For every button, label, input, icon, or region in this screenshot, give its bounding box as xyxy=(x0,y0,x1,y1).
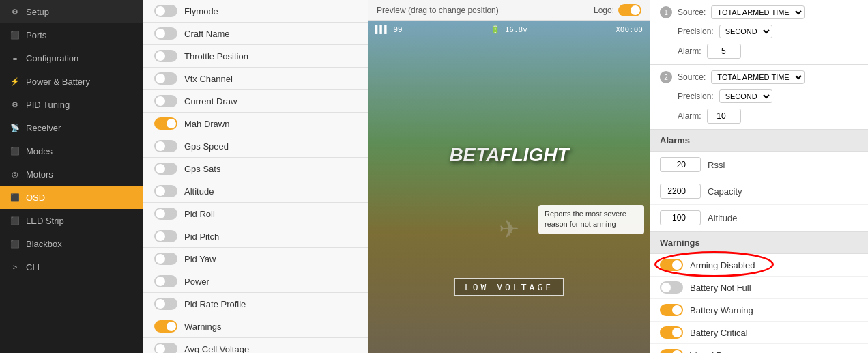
sidebar-icon: ⚡ xyxy=(10,76,20,87)
sidebar-item-ports[interactable]: ⬛Ports xyxy=(0,23,143,46)
warning-label: Visual Beeper xyxy=(690,350,858,354)
middle-panel: Flymode Craft Name Throttle Position Vtx… xyxy=(143,0,368,353)
toggle-warnings[interactable] xyxy=(154,320,177,333)
timer1-source-select[interactable]: TOTAL ARMED TIME xyxy=(711,5,805,19)
alarm-row-capacity: Capacity xyxy=(650,178,868,205)
sidebar-item-setup[interactable]: ⚙Setup xyxy=(0,0,143,23)
alarms-section: Alarms Rssi Capacity Altitude xyxy=(650,130,868,232)
middle-item-mah-drawn: Mah Drawn xyxy=(143,113,368,135)
alarm-input-altitude[interactable] xyxy=(660,210,701,225)
timer1-num: 1 xyxy=(660,6,672,18)
toggle-pid-pitch[interactable] xyxy=(154,230,177,242)
middle-item-avg-cell-voltage: Avg Cell Voltage xyxy=(143,338,368,353)
sidebar-item-receiver[interactable]: 📡Receiver xyxy=(0,116,143,139)
middle-label: Current Draw xyxy=(184,96,357,107)
middle-label: Gps Sats xyxy=(184,164,357,174)
low-voltage-label: LOW VOLTAGE xyxy=(454,278,564,296)
middle-item-current-draw: Current Draw xyxy=(143,90,368,113)
sidebar-item-led_strip[interactable]: ⬛LED Strip xyxy=(0,209,143,232)
sidebar-icon: ⚙ xyxy=(10,99,20,110)
warning-toggle-battery-warning[interactable] xyxy=(660,304,683,316)
alarm-label-altitude: Altitude xyxy=(708,213,858,223)
toggle-gps-sats[interactable] xyxy=(154,163,177,175)
middle-item-gps-sats: Gps Sats xyxy=(143,158,368,180)
sidebar-icon: ⬛ xyxy=(10,192,20,203)
sidebar-item-power_and_battery[interactable]: ⚡Power & Battery xyxy=(0,70,143,93)
logo-label: Logo: xyxy=(594,5,614,15)
warnings-header: Warnings xyxy=(650,232,868,254)
alarm-input-capacity[interactable] xyxy=(660,184,701,199)
middle-item-pid-rate-profile: Pid Rate Profile xyxy=(143,293,368,315)
middle-label: Pid Rate Profile xyxy=(184,299,357,309)
toggle-power[interactable] xyxy=(154,275,177,287)
warning-toggle-battery-critical[interactable] xyxy=(660,326,683,339)
warning-item-battery-not-full: Battery Not Full xyxy=(650,277,868,299)
middle-item-power: Power xyxy=(143,270,368,293)
middle-label: Altitude xyxy=(184,186,357,197)
warning-toggle-arming-disabled[interactable] xyxy=(660,259,683,271)
toggle-flymode[interactable] xyxy=(154,5,177,17)
timer1-row: 1 Source: TOTAL ARMED TIME xyxy=(650,0,868,22)
preview-panel: Preview (drag to change position) Logo: … xyxy=(368,0,650,353)
sidebar-icon: ⬛ xyxy=(10,145,20,156)
timer1-precision-row: Precision: SECOND xyxy=(650,22,868,41)
timer2-source-select[interactable]: TOTAL ARMED TIME xyxy=(711,70,805,84)
timer2-alarm-input[interactable] xyxy=(707,109,741,124)
warning-label: Battery Warning xyxy=(690,305,858,315)
timer1-section: 1 Source: TOTAL ARMED TIME Precision: SE… xyxy=(650,0,868,65)
logo-toggle[interactable] xyxy=(618,4,641,16)
toggle-throttle-position[interactable] xyxy=(154,50,177,62)
toggle-altitude[interactable] xyxy=(154,185,177,197)
timer1-alarm-input[interactable] xyxy=(707,44,741,59)
sidebar-item-blackbox[interactable]: ⬛Blackbox xyxy=(0,232,143,255)
toggle-avg-cell-voltage[interactable] xyxy=(154,343,177,353)
sidebar-item-modes[interactable]: ⬛Modes xyxy=(0,139,143,163)
timer2-num: 2 xyxy=(660,71,672,83)
toggle-pid-roll[interactable] xyxy=(154,208,177,220)
sidebar-item-configuration[interactable]: ≡Configuration xyxy=(0,46,143,70)
drone-preview: ▌▌▌ 99 🔋 16.8v X00:00 BETAFLIGHT ✈ LOW V… xyxy=(368,21,650,353)
betaflight-logo: BETAFLIGHT xyxy=(449,144,568,166)
warning-label: Arming Disabled xyxy=(690,260,858,270)
toggle-craft-name[interactable] xyxy=(154,27,177,40)
timer1-precision-select[interactable]: SECOND xyxy=(719,25,772,38)
sidebar-item-cli[interactable]: >CLI xyxy=(0,255,143,279)
sidebar-item-motors[interactable]: ◎Motors xyxy=(0,163,143,186)
alarm-input-rssi[interactable] xyxy=(660,157,701,172)
timer2-alarm-row: Alarm: xyxy=(650,106,868,129)
middle-item-pid-roll: Pid Roll xyxy=(143,203,368,225)
timer2-section: 2 Source: TOTAL ARMED TIME Precision: SE… xyxy=(650,65,868,130)
warning-toggle-battery-not-full[interactable] xyxy=(660,281,683,294)
warning-toggle-visual-beeper[interactable] xyxy=(660,349,683,353)
middle-label: Mah Drawn xyxy=(184,119,357,129)
middle-label: Flymode xyxy=(184,6,357,16)
timer2-precision-label: Precision: xyxy=(678,91,714,101)
timer2-precision-row: Precision: SECOND xyxy=(650,87,868,106)
toggle-gps-speed[interactable] xyxy=(154,140,177,152)
sidebar-item-pid_tuning[interactable]: ⚙PID Tuning xyxy=(0,93,143,116)
warning-item-battery-warning: Battery Warning xyxy=(650,299,868,322)
timer2-precision-select[interactable]: SECOND xyxy=(719,89,772,103)
toggle-mah-drawn[interactable] xyxy=(154,117,177,130)
preview-label: Preview (drag to change position) xyxy=(377,5,499,15)
timer1-source-label: Source: xyxy=(678,8,706,17)
toggle-pid-rate-profile[interactable] xyxy=(154,298,177,310)
middle-item-pid-yaw: Pid Yaw xyxy=(143,248,368,270)
sidebar-icon: 📡 xyxy=(10,122,20,133)
sidebar-item-osd[interactable]: ⬛OSD xyxy=(0,186,143,209)
toggle-current-draw[interactable] xyxy=(154,95,177,107)
middle-item-throttle-position: Throttle Position xyxy=(143,45,368,68)
middle-label: Craft Name xyxy=(184,29,357,39)
timer2-alarm-label: Alarm: xyxy=(678,111,701,121)
right-panel: 1 Source: TOTAL ARMED TIME Precision: SE… xyxy=(650,0,868,353)
middle-label: Avg Cell Voltage xyxy=(184,344,357,354)
warning-label: Battery Not Full xyxy=(690,283,858,293)
alarm-label-capacity: Capacity xyxy=(708,186,858,197)
toggle-vtx-channel[interactable] xyxy=(154,72,177,85)
middle-label: Gps Speed xyxy=(184,141,357,152)
sidebar-icon: ≡ xyxy=(10,53,20,63)
preview-signal: ▌▌▌ 99 xyxy=(375,25,403,34)
timer1-alarm-label: Alarm: xyxy=(678,46,701,56)
sidebar-icon: > xyxy=(10,262,20,272)
toggle-pid-yaw[interactable] xyxy=(154,253,177,265)
